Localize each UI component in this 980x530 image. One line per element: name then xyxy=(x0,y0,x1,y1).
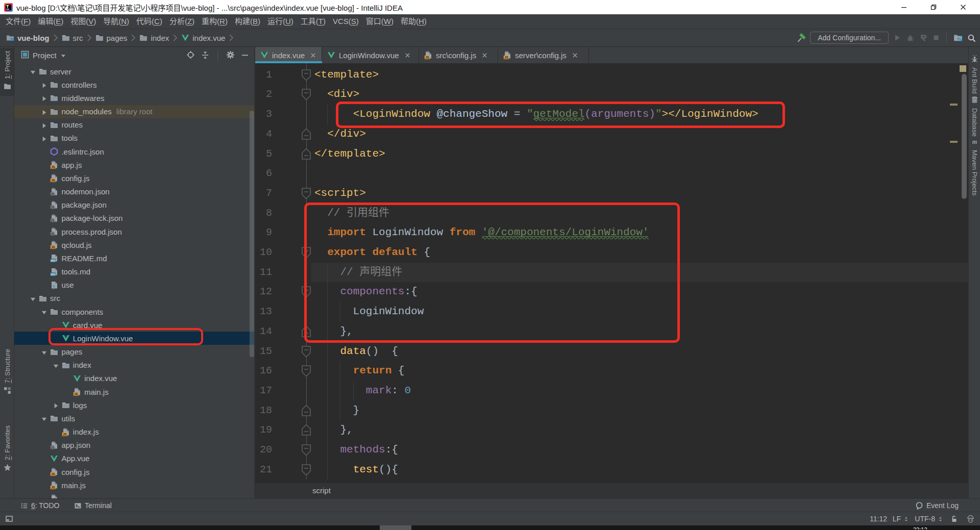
tree-collapse-arrow-icon[interactable] xyxy=(30,295,36,305)
stripe-button-project[interactable]: 1: Project xyxy=(0,48,14,96)
breadcrumb-item-index[interactable]: index xyxy=(139,34,169,42)
tree-row-qcloud.js[interactable]: JSqcloud.js xyxy=(14,238,254,251)
tree-row-App.vue[interactable]: App.vue xyxy=(14,452,254,465)
tree-expand-arrow-icon[interactable] xyxy=(41,135,47,144)
tree-row-middlewares[interactable]: middlewares xyxy=(14,91,254,105)
gear-icon[interactable] xyxy=(226,51,235,61)
tree-row-nodemon.json[interactable]: {}nodemon.json xyxy=(14,185,254,198)
fold-marker-end[interactable] xyxy=(302,424,311,438)
tree-row-server[interactable]: server xyxy=(14,65,254,78)
menu-视图[interactable]: 视图(V) xyxy=(67,14,100,29)
tree-row-config.js[interactable]: JSconfig.js xyxy=(14,465,254,478)
tree-row-tools[interactable]: tools xyxy=(14,132,254,145)
fold-marker-start[interactable] xyxy=(302,464,311,477)
fold-marker-start[interactable] xyxy=(302,346,311,359)
search-everywhere-icon[interactable] xyxy=(967,34,976,42)
fold-marker-start[interactable] xyxy=(302,188,311,201)
tree-row-package.json[interactable]: {}package.json xyxy=(14,198,254,212)
tree-row-index.js[interactable]: JSindex.js xyxy=(14,425,254,439)
hector-inspector-icon[interactable] xyxy=(966,512,975,525)
fold-marker-end[interactable] xyxy=(302,129,311,142)
menu-编辑[interactable]: 编辑(E) xyxy=(34,14,67,29)
tree-row-process.prod.json[interactable]: {}process.prod.json xyxy=(14,225,254,238)
tree-row-components[interactable]: components xyxy=(14,305,254,318)
restore-button[interactable] xyxy=(922,0,945,14)
tree-collapse-arrow-icon[interactable] xyxy=(53,362,59,371)
tree-row-main.js[interactable]: JSmain.js xyxy=(14,385,254,398)
toolwindow-button-event-log[interactable]: Event Log xyxy=(915,499,959,512)
breadcrumb-item-vue-blog[interactable]: vue-blog xyxy=(6,34,50,42)
menu-帮助[interactable]: 帮助(H) xyxy=(397,14,430,29)
tab-close-icon[interactable] xyxy=(310,52,316,59)
tree-row-config.js[interactable]: JSconfig.js xyxy=(14,171,254,185)
tree-row-logs[interactable]: logs xyxy=(14,398,254,412)
tree-row-use[interactable]: ?use xyxy=(14,279,254,292)
toolwindow-button-terminal[interactable]: Terminal xyxy=(74,499,112,512)
locate-file-icon[interactable] xyxy=(186,51,195,61)
tab-index.vue[interactable]: index.vue xyxy=(255,47,322,63)
hide-panel-icon[interactable] xyxy=(241,51,249,61)
run-icon[interactable] xyxy=(893,34,901,42)
debug-icon[interactable] xyxy=(906,34,915,42)
tree-row-app.json[interactable]: {}app.json xyxy=(14,439,254,452)
fold-marker-start[interactable] xyxy=(302,89,311,102)
breadcrumb-item-src[interactable]: src xyxy=(62,34,83,42)
stripe-button-maven-projects[interactable]: mMaven Projects xyxy=(969,138,980,196)
stop-icon[interactable] xyxy=(933,34,940,41)
menu-工具[interactable]: 工具(T) xyxy=(297,14,329,29)
tree-row-main.js[interactable]: JSmain.js xyxy=(14,478,254,492)
tree-row-routes[interactable]: routes xyxy=(14,118,254,132)
tree-row-index[interactable]: index xyxy=(14,359,254,372)
tree-collapse-arrow-icon[interactable] xyxy=(30,68,36,78)
tree-row-utils[interactable]: utils xyxy=(14,412,254,425)
breadcrumb-item-index.vue[interactable]: index.vue xyxy=(181,34,225,42)
stripe-button-ant-build[interactable]: Ant Build xyxy=(969,55,980,94)
tab-src-config.js[interactable]: JSsrc\config.js xyxy=(419,47,498,63)
toolwindow-button-todo[interactable]: 6: TODO xyxy=(20,499,60,512)
breadcrumb-item-pages[interactable]: pages xyxy=(95,34,128,42)
tree-row-node_modules[interactable]: node_moduleslibrary root xyxy=(14,105,254,118)
coverage-icon[interactable] xyxy=(919,34,928,42)
tree-collapse-arrow-icon[interactable] xyxy=(41,349,47,358)
stripe-button-favorites[interactable]: 2: Favorites xyxy=(0,422,14,477)
fold-marker-end[interactable] xyxy=(302,405,311,418)
menu-代码[interactable]: 代码(C) xyxy=(133,14,166,29)
inspection-status-square[interactable] xyxy=(960,65,966,72)
project-panel-title[interactable]: Project xyxy=(21,51,66,60)
unlock-icon[interactable] xyxy=(950,512,958,525)
toggle-toolwindow-bars-icon[interactable] xyxy=(5,512,13,525)
tree-row-index.vue[interactable]: index.vue xyxy=(14,372,254,385)
fold-marker-end[interactable] xyxy=(302,148,311,162)
menu-窗口[interactable]: 窗口(W) xyxy=(362,14,397,29)
tab-close-icon[interactable] xyxy=(404,52,411,59)
stripe-button-structure[interactable]: 7: Structure xyxy=(0,346,14,400)
project-structure-icon[interactable] xyxy=(953,33,963,42)
tab-server-config.js[interactable]: JSserver\config.js xyxy=(498,47,589,63)
breadcrumb-script[interactable]: script xyxy=(312,486,331,495)
tree-expand-arrow-icon[interactable] xyxy=(41,82,47,91)
menu-构建[interactable]: 构建(B) xyxy=(231,14,264,29)
fold-marker-start[interactable] xyxy=(302,365,311,378)
tree-row-app.js[interactable]: JSapp.js xyxy=(14,158,254,171)
error-stripe-mark[interactable] xyxy=(950,141,958,143)
stripe-button-database[interactable]: Database xyxy=(969,96,980,137)
tree-row-partial[interactable]: JS xyxy=(14,492,254,498)
status-encoding[interactable]: UTF-8 xyxy=(915,512,943,525)
menu-VCS[interactable]: VCS(S) xyxy=(329,14,362,29)
build-hammer-icon[interactable] xyxy=(796,33,805,42)
tree-row-src[interactable]: src xyxy=(14,292,254,305)
editor[interactable]: 1<template>2 <div>3 <LoginWindow @change… xyxy=(255,63,968,483)
tree-expand-arrow-icon[interactable] xyxy=(41,109,47,118)
status-line-ending[interactable]: LF xyxy=(893,512,909,525)
collapse-all-icon[interactable] xyxy=(201,51,209,61)
tree-row-.eslintrc.json[interactable]: .eslintrc.json xyxy=(14,145,254,158)
tree-expand-arrow-icon[interactable] xyxy=(53,402,59,411)
tab-LoginWindow.vue[interactable]: LoginWindow.vue xyxy=(322,47,419,63)
tree-row-pages[interactable]: pages xyxy=(14,345,254,359)
menu-分析[interactable]: 分析(Z) xyxy=(166,14,198,29)
tree-scrollbar[interactable] xyxy=(250,111,254,357)
close-button[interactable] xyxy=(951,0,975,14)
tree-row-README.md[interactable]: MDREADME.md xyxy=(14,251,254,265)
tree-collapse-arrow-icon[interactable] xyxy=(41,415,47,424)
tree-expand-arrow-icon[interactable] xyxy=(41,122,47,131)
